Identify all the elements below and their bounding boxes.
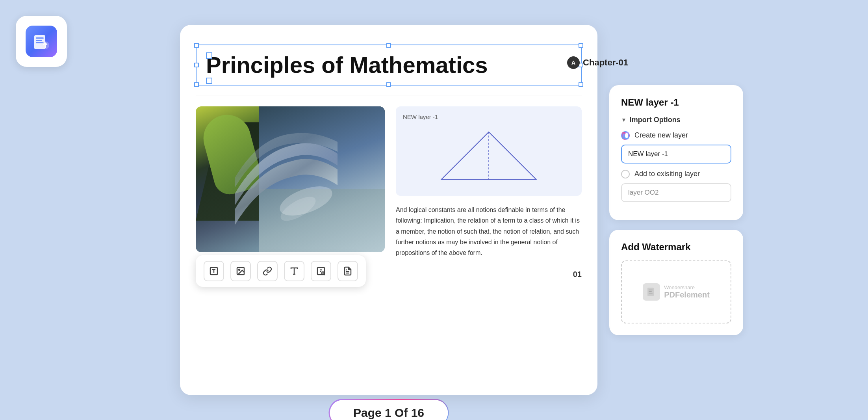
import-options-label: Import Options [630,116,681,124]
watermark-product: PDFelement [664,290,710,299]
toolbar [196,255,366,287]
body-text: And logical constants are all notions de… [396,204,582,258]
svg-rect-2 [36,40,42,41]
content-area: NEW layer -1 And logical constants are a… [196,106,582,279]
image-tool-button[interactable] [230,261,251,281]
existing-layer-radio[interactable] [621,170,630,178]
document-panel: Principles of Mathematics A Chapter-01 [180,25,597,395]
image-background [196,106,385,252]
handle-tl [194,43,199,48]
watermark-logo: Wondershare PDFelement [643,283,710,301]
image-wrapper [196,106,385,279]
document-image [196,106,385,252]
chevron-down-icon: ▼ [621,117,627,123]
right-content: NEW layer -1 And logical constants are a… [396,106,582,279]
svg-rect-21 [649,293,653,294]
diagram-label: NEW layer -1 [403,113,575,120]
svg-point-13 [322,272,324,274]
chapter-label: Chapter-01 [583,58,628,68]
watermark-brand: Wondershare [664,284,710,290]
font-tool-button[interactable] [284,261,304,281]
existing-layer-label: Add to exisiting layer [634,170,700,178]
layer-title: NEW layer -1 [621,97,731,108]
document-title: Principles of Mathematics [206,52,571,78]
pdfelement-icon [643,283,660,301]
metallic-shape-svg [227,130,345,225]
existing-layer-option[interactable]: Add to exisiting layer [621,170,731,178]
right-panel: NEW layer -1 ▼ Import Options Create new… [609,85,743,335]
create-layer-label: Create new layer [634,131,688,139]
handle-br [579,82,583,87]
svg-line-14 [324,274,325,275]
watermark-text: Wondershare PDFelement [664,284,710,299]
create-layer-option[interactable]: Create new layer [621,131,731,140]
text-tool-button[interactable] [204,261,224,281]
document-tool-button[interactable] [338,261,358,281]
handle-tm [386,43,391,48]
link-tool-button[interactable] [257,261,278,281]
triangle-diagram [403,124,575,187]
diagram-box: NEW layer -1 [396,106,582,196]
page-number-doc: 01 [396,270,582,279]
app-logo [16,16,67,67]
import-options-toggle[interactable]: ▼ Import Options [621,116,731,124]
new-layer-input[interactable] [621,145,731,164]
svg-rect-19 [649,290,653,290]
svg-rect-20 [649,291,652,292]
watermark-placeholder[interactable]: Wondershare PDFelement [621,260,731,323]
page-indicator: Page 1 Of 16 [330,400,448,420]
svg-rect-1 [36,37,44,39]
app-logo-icon [26,26,57,57]
title-section[interactable]: Principles of Mathematics A Chapter-01 [196,45,582,85]
handle-bl [194,82,199,87]
chapter-badge: A Chapter-01 [567,56,628,69]
watermark-card: Add Watermark Wondershare PDFelement [609,230,743,335]
handle-bm [386,82,391,87]
edit-tool-button[interactable] [311,261,331,281]
layer-card: NEW layer -1 ▼ Import Options Create new… [609,85,743,220]
existing-layer-input[interactable] [621,183,731,202]
watermark-title: Add Watermark [621,242,731,253]
divider [196,95,582,96]
handle-tr [579,43,583,48]
chapter-icon: A [567,56,580,69]
handle-ml [194,63,199,67]
svg-point-9 [239,269,240,270]
page-indicator-wrapper: Page 1 Of 16 [328,399,449,420]
create-layer-radio[interactable] [621,131,630,140]
